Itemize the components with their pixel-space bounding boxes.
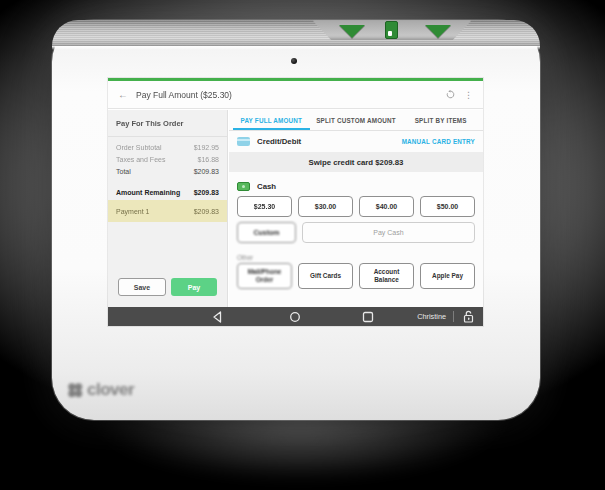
apple-pay-button[interactable]: Apple Pay (420, 263, 475, 289)
credit-card-icon (237, 137, 250, 146)
screen: ← Pay Full Amount ($25.30) ⋮ Pay For Thi… (108, 78, 483, 326)
chip-contact-dot (388, 31, 392, 36)
cash-label: Cash (257, 182, 276, 191)
manual-card-entry-link[interactable]: MANUAL CARD ENTRY (402, 138, 475, 145)
row-value: $16.88 (198, 154, 219, 166)
swipe-arrow-left-icon (339, 25, 365, 38)
cash-amount-row: $25.30 $30.00 $40.00 $50.00 (229, 196, 483, 217)
credit-debit-section: Credit/Debit MANUAL CARD ENTRY (229, 131, 483, 152)
row-label: Order Subtotal (116, 142, 162, 154)
overflow-menu-icon[interactable]: ⋮ (464, 90, 473, 100)
cash-icon (237, 182, 250, 191)
payment-tabs: PAY FULL AMOUNT SPLIT CUSTOM AMOUNT SPLI… (229, 110, 483, 131)
band-highlight (52, 46, 540, 50)
navbar-divider (453, 311, 454, 322)
tab-split-custom-amount[interactable]: SPLIT CUSTOM AMOUNT (314, 110, 399, 130)
payment-value: $209.83 (194, 208, 219, 215)
swipe-arrow-right-icon (425, 25, 451, 38)
row-label: Amount Remaining (116, 187, 180, 199)
account-balance-button[interactable]: Account Balance (359, 263, 414, 289)
refresh-icon[interactable] (446, 90, 455, 99)
payment-1-row[interactable]: Payment 1 $209.83 (108, 200, 227, 222)
sidebar-title: Pay For This Order (108, 110, 227, 137)
payment-panel: PAY FULL AMOUNT SPLIT CUSTOM AMOUNT SPLI… (229, 110, 483, 307)
row-value: $209.83 (194, 166, 219, 178)
gift-cards-button[interactable]: Gift Cards (298, 263, 353, 289)
order-subtotal-row: Order Subtotal $192.95 (116, 142, 219, 154)
other-section-label: Other (237, 254, 475, 261)
cash-amount-button-1[interactable]: $25.30 (237, 196, 292, 217)
back-icon[interactable]: ← (118, 89, 128, 100)
clover-logo: clover (66, 380, 134, 400)
clover-leaf-icon (66, 381, 84, 399)
android-nav-bar: Christine (108, 307, 483, 326)
chip-card-icon (385, 21, 398, 39)
camera-icon (291, 58, 297, 64)
clover-terminal-device: ← Pay Full Amount ($25.30) ⋮ Pay For Thi… (52, 20, 540, 420)
other-payment-row: Mail/Phone Order Gift Cards Account Bala… (229, 263, 483, 289)
pay-cash-button[interactable]: Pay Cash (302, 222, 475, 243)
page-title: Pay Full Amount ($25.30) (136, 90, 232, 100)
cash-action-row: Custom Pay Cash (229, 222, 483, 243)
clover-wordmark: clover (87, 380, 134, 400)
row-value: $192.95 (194, 142, 219, 154)
nav-recents-icon[interactable] (362, 311, 374, 323)
row-label: Total (116, 166, 131, 178)
custom-amount-button[interactable]: Custom (237, 222, 296, 243)
tab-pay-full-amount[interactable]: PAY FULL AMOUNT (229, 110, 314, 130)
app-bar: ← Pay Full Amount ($25.30) ⋮ (108, 81, 483, 109)
cash-amount-button-4[interactable]: $50.00 (420, 196, 475, 217)
cash-amount-button-3[interactable]: $40.00 (359, 196, 414, 217)
swipe-card-message: Swipe credit card $209.83 (229, 152, 483, 172)
taxes-fees-row: Taxes and Fees $16.88 (116, 154, 219, 166)
nav-back-icon[interactable] (212, 311, 222, 323)
cash-section-header: Cash (237, 180, 475, 193)
total-row: Total $209.83 (116, 166, 219, 178)
row-value: $209.83 (194, 187, 219, 199)
amount-remaining-row: Amount Remaining $209.83 (116, 187, 219, 199)
payment-label: Payment 1 (116, 208, 149, 215)
tab-split-by-items[interactable]: SPLIT BY ITEMS (398, 110, 483, 130)
nav-home-icon[interactable] (289, 311, 301, 323)
row-label: Taxes and Fees (116, 154, 165, 166)
card-swipe-slot (312, 20, 472, 40)
order-summary-sidebar: Pay For This Order Order Subtotal $192.9… (108, 110, 228, 307)
scene: ← Pay Full Amount ($25.30) ⋮ Pay For Thi… (0, 0, 605, 490)
lock-icon[interactable] (463, 310, 474, 323)
mail-phone-order-button[interactable]: Mail/Phone Order (237, 263, 292, 289)
credit-debit-label: Credit/Debit (257, 137, 301, 146)
save-button[interactable]: Save (118, 278, 166, 296)
cash-amount-button-2[interactable]: $30.00 (298, 196, 353, 217)
logged-in-user: Christine (417, 307, 446, 326)
pay-button[interactable]: Pay (171, 278, 217, 296)
